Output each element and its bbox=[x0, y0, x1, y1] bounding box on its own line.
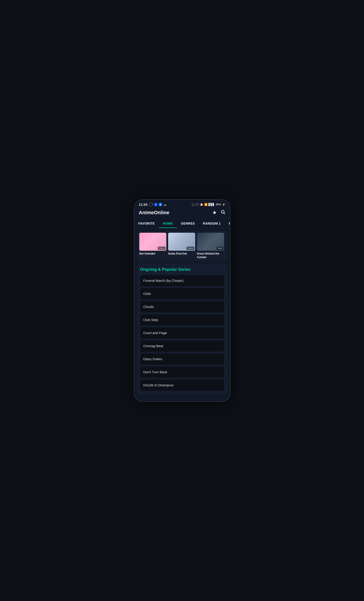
series-section-title: Ongoing & Popular Series bbox=[140, 267, 224, 272]
battery-icon: ⚡ bbox=[222, 203, 225, 206]
series-item-3[interactable]: Club Step bbox=[140, 314, 224, 326]
status-right-icons: 🎧 📳 ⏰ 📶 ▋▋▋ 46% ⚡ bbox=[191, 203, 225, 206]
status-bar: 11:24 ♪ S B ☁ 🎧 📳 ⏰ 📶 ▋▋▋ 46% ⚡ bbox=[134, 200, 230, 208]
series-name-6: Daisy Dukes bbox=[143, 357, 162, 361]
featured-card-1[interactable]: ToonA Get Outside! bbox=[139, 233, 166, 259]
battery-level: 46% bbox=[215, 203, 221, 206]
series-name-5: Cromag Beat bbox=[143, 344, 163, 348]
signal-icon: ▋▋▋ bbox=[209, 203, 214, 206]
favorite-icon[interactable]: ★ bbox=[212, 210, 217, 216]
series-name-8: Drizzle to Downpour bbox=[143, 383, 174, 387]
card-badge-2: ToonA bbox=[187, 247, 194, 250]
card-badge-1: ToonA bbox=[158, 247, 165, 250]
headphones-icon: 🎧 bbox=[191, 203, 195, 206]
tiktok-icon: ♪ bbox=[149, 203, 153, 206]
app-title: AnimeOnline bbox=[139, 210, 170, 216]
series-item-7[interactable]: Don't Turn Back bbox=[140, 367, 224, 378]
app-header: AnimeOnline ★ bbox=[134, 208, 230, 219]
search-icon[interactable] bbox=[221, 210, 225, 216]
cloud-icon: ☁ bbox=[163, 203, 167, 206]
series-name-0: Funeral March (by Chopin) bbox=[143, 279, 183, 282]
alarm-icon: ⏰ bbox=[200, 203, 203, 206]
bluetooth-icon: B bbox=[159, 203, 162, 206]
series-name-4: Court and Page bbox=[143, 331, 167, 335]
tab-home[interactable]: HOME bbox=[159, 220, 177, 228]
featured-card-3[interactable]: Toon Grace Behind the Curtain bbox=[197, 233, 224, 259]
card-title-1: Get Outside! bbox=[139, 252, 166, 256]
card-title-2: Gotta Find Out bbox=[168, 252, 195, 256]
series-item-4[interactable]: Court and Page bbox=[140, 327, 224, 339]
content-area: ToonA Get Outside! ToonA Gotta Find Out … bbox=[134, 230, 230, 394]
header-icons: ★ bbox=[212, 210, 225, 216]
series-item-8[interactable]: Drizzle to Downpour bbox=[140, 380, 224, 391]
featured-section: ToonA Get Outside! ToonA Gotta Find Out … bbox=[137, 230, 227, 261]
card-title-3: Grace Behind the Curtain bbox=[197, 252, 224, 259]
featured-card-2[interactable]: ToonA Gotta Find Out bbox=[168, 233, 195, 259]
card-badge-3: Toon bbox=[217, 247, 223, 250]
series-section: Ongoing & Popular Series Funeral March (… bbox=[137, 264, 227, 394]
phone-frame: 11:24 ♪ S B ☁ 🎧 📳 ⏰ 📶 ▋▋▋ 46% ⚡ AnimeOnl… bbox=[134, 199, 231, 402]
tab-random2[interactable]: RA... bbox=[225, 220, 230, 228]
series-item-2[interactable]: Clouds bbox=[140, 301, 224, 312]
wifi-icon: 📶 bbox=[204, 203, 208, 206]
shazam-icon: S bbox=[154, 203, 158, 206]
status-time: 11:24 bbox=[139, 202, 147, 206]
card-image-2: ToonA bbox=[168, 233, 195, 251]
series-name-3: Club Step bbox=[143, 318, 158, 322]
featured-cards-list: ToonA Get Outside! ToonA Gotta Find Out … bbox=[139, 233, 225, 259]
tab-genres[interactable]: GENRES bbox=[177, 220, 199, 228]
tab-random1[interactable]: RANDOM 1 bbox=[199, 220, 225, 228]
tab-favorite[interactable]: FAVORITE bbox=[134, 220, 159, 228]
svg-line-1 bbox=[224, 213, 225, 214]
svg-point-0 bbox=[221, 210, 224, 213]
series-name-2: Clouds bbox=[143, 305, 154, 309]
card-image-3: Toon bbox=[197, 233, 224, 251]
series-name-7: Don't Turn Back bbox=[143, 370, 167, 374]
series-item-6[interactable]: Daisy Dukes bbox=[140, 353, 224, 365]
series-item-0[interactable]: Funeral March (by Chopin) bbox=[140, 275, 224, 286]
series-item-1[interactable]: Cielo bbox=[140, 288, 224, 299]
series-list: Funeral March (by Chopin) Cielo Clouds C… bbox=[140, 275, 224, 391]
card-image-1: ToonA bbox=[139, 233, 166, 251]
series-item-5[interactable]: Cromag Beat bbox=[140, 340, 224, 352]
nav-tabs: FAVORITE HOME GENRES RANDOM 1 RA... bbox=[134, 219, 230, 228]
vibrate-icon: 📳 bbox=[196, 203, 199, 206]
series-name-1: Cielo bbox=[143, 292, 151, 296]
